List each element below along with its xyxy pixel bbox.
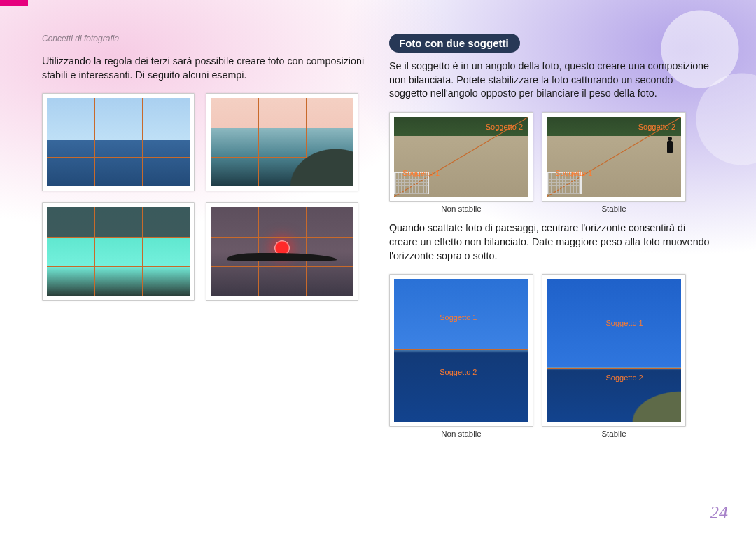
left-column: Concetti di fotografia Utilizzando la re…	[42, 34, 367, 446]
comparison-pair: Soggetto 2 Soggetto 1 Non stabile	[389, 112, 714, 221]
person-icon	[667, 141, 673, 153]
grid-line	[211, 157, 354, 158]
grid-line	[306, 207, 307, 296]
breadcrumb: Concetti di fotografia	[42, 34, 367, 43]
example-grid	[42, 93, 367, 301]
comparison-thumb-unstable: Soggetto 2 Soggetto 1	[389, 112, 533, 202]
subject-label: Soggetto 1	[555, 169, 592, 177]
example-thumb	[42, 202, 195, 301]
horizon-line	[547, 368, 681, 369]
grid-line	[211, 266, 354, 267]
sea-horizon-image: Soggetto 1 Soggetto 2	[394, 279, 528, 422]
comparison-thumb-stable: Soggetto 2 Soggetto 1	[542, 112, 686, 202]
intro-text: Utilizzando la regola dei terzi sarà pos…	[42, 55, 367, 82]
grid-line	[47, 237, 190, 238]
subject-label: Soggetto 2	[638, 123, 676, 131]
example-image-sunset	[211, 207, 354, 296]
example-thumb	[206, 93, 358, 191]
subject-label: Soggetto 1	[402, 169, 440, 177]
grid-line	[258, 98, 259, 186]
caption-unstable: Non stabile	[441, 430, 482, 438]
page-number: 24	[710, 502, 728, 523]
grid-line	[306, 98, 307, 186]
subject-label: Soggetto 2	[486, 123, 523, 131]
caption-unstable: Non stabile	[441, 205, 482, 213]
example-image-lake	[47, 207, 190, 296]
grid-line	[47, 157, 190, 158]
comparison-thumb-stable: Soggetto 1 Soggetto 2	[542, 274, 686, 427]
subject-label: Soggetto 1	[606, 319, 643, 327]
caption-stable: Stabile	[601, 430, 626, 438]
body-text: Quando scattate foto di paesaggi, centra…	[389, 221, 714, 263]
sea-horizon-image: Soggetto 1 Soggetto 2	[547, 279, 681, 422]
subject-label: Soggetto 2	[606, 373, 643, 382]
horizon-line	[394, 349, 528, 350]
subject-label: Soggetto 2	[440, 368, 477, 376]
example-thumb	[42, 93, 195, 191]
comparison-pair: Soggetto 1 Soggetto 2 Non stabile Sogget…	[389, 274, 714, 446]
example-image-sea	[47, 98, 190, 186]
grid-line	[94, 207, 95, 296]
subject-label: Soggetto 1	[440, 313, 477, 322]
body-text: Se il soggetto è in un angolo della foto…	[389, 60, 714, 101]
grid-line	[142, 207, 143, 296]
field-image: Soggetto 2 Soggetto 1	[547, 117, 681, 197]
grid-line	[142, 98, 143, 186]
comparison-thumb-unstable: Soggetto 1 Soggetto 2	[389, 274, 533, 427]
grid-line	[258, 207, 259, 296]
grid-line	[47, 266, 190, 267]
section-heading: Foto con due soggetti	[389, 34, 520, 53]
grid-line	[47, 128, 190, 128]
caption-stable: Stabile	[601, 205, 626, 213]
field-image: Soggetto 2 Soggetto 1	[394, 117, 528, 197]
rocks-icon	[625, 387, 681, 422]
example-thumb	[206, 202, 358, 301]
grid-line	[211, 128, 354, 128]
right-column: Foto con due soggetti Se il soggetto è i…	[389, 34, 714, 446]
example-image-cliff	[211, 98, 354, 186]
section-marker	[0, 0, 28, 6]
grid-line	[211, 237, 354, 238]
grid-line	[94, 98, 95, 186]
